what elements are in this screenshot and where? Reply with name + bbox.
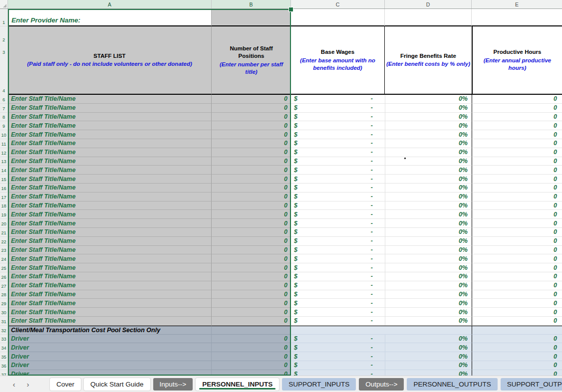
staff-positions-cell[interactable]: 0 bbox=[212, 219, 291, 228]
section-title-cell[interactable]: Client/Meal Transportation Cost Pool Sec… bbox=[8, 326, 212, 335]
staff-positions-cell[interactable]: 0 bbox=[212, 148, 291, 157]
staff-title-cell[interactable]: Enter Staff Title/Name bbox=[8, 281, 212, 290]
productive-hours-cell[interactable]: 0 bbox=[472, 193, 562, 201]
fringe-rate-cell[interactable]: 0% bbox=[385, 299, 472, 308]
staff-positions-cell[interactable]: 0 bbox=[212, 175, 291, 184]
row-number[interactable]: 32 bbox=[0, 326, 8, 335]
fringe-rate-cell[interactable]: 0% bbox=[385, 166, 472, 175]
staff-title-cell[interactable]: Enter Staff Title/Name bbox=[8, 175, 212, 184]
column-header[interactable]: E bbox=[472, 0, 562, 8]
staff-positions-cell[interactable]: 0 bbox=[212, 254, 291, 263]
staff-title-cell[interactable]: Enter Staff Title/Name bbox=[8, 290, 212, 299]
base-wages-cell[interactable]: $- bbox=[291, 210, 385, 219]
staff-positions-cell[interactable]: 0 bbox=[212, 193, 291, 201]
productive-hours-cell[interactable]: 0 bbox=[472, 104, 562, 113]
productive-hours-cell[interactable]: 0 bbox=[472, 317, 562, 326]
base-wages-cell[interactable]: $- bbox=[291, 254, 385, 263]
sheet-tab[interactable]: PERSONNEL_OUTPUTS bbox=[407, 378, 497, 391]
productive-hours-cell[interactable]: 0 bbox=[472, 175, 562, 184]
base-wages-cell[interactable]: $- bbox=[291, 175, 385, 184]
empty-cell[interactable] bbox=[472, 326, 562, 335]
fringe-rate-cell[interactable]: 0% bbox=[385, 184, 472, 193]
row-number[interactable]: 24 bbox=[0, 254, 8, 263]
driver-positions-cell[interactable]: 0 bbox=[212, 335, 291, 344]
productive-hours-cell[interactable]: 0 bbox=[472, 281, 562, 290]
header-fringe-rate[interactable]: Fringe Benefits Rate (Enter benefit cost… bbox=[385, 26, 472, 95]
base-wages-cell[interactable]: $- bbox=[291, 184, 385, 193]
fringe-rate-cell[interactable]: 0% bbox=[385, 317, 472, 326]
staff-title-cell[interactable]: Enter Staff Title/Name bbox=[8, 166, 212, 175]
base-wages-cell[interactable]: $- bbox=[291, 352, 385, 361]
staff-title-cell[interactable]: Enter Staff Title/Name bbox=[8, 219, 212, 228]
base-wages-cell[interactable]: $- bbox=[291, 237, 385, 246]
sheet-tab[interactable]: SUPPORT_INPUTS bbox=[282, 378, 356, 391]
staff-title-cell[interactable]: Enter Staff Title/Name bbox=[8, 121, 212, 130]
productive-hours-cell[interactable]: 0 bbox=[472, 139, 562, 148]
staff-title-cell[interactable]: Enter Staff Title/Name bbox=[8, 104, 212, 113]
empty-cell-b1[interactable] bbox=[212, 9, 291, 26]
tab-scroll-left-icon[interactable]: ‹ bbox=[7, 380, 21, 389]
productive-hours-cell[interactable]: 0 bbox=[472, 157, 562, 166]
sheet-tab[interactable]: Quick Start Guide bbox=[84, 378, 150, 391]
row-number[interactable]: 1 bbox=[0, 9, 8, 26]
productive-hours-cell[interactable]: 0 bbox=[472, 361, 562, 370]
sheet-tab[interactable]: Cover bbox=[50, 378, 81, 391]
staff-positions-cell[interactable]: 0 bbox=[212, 157, 291, 166]
staff-title-cell[interactable]: Enter Staff Title/Name bbox=[8, 157, 212, 166]
staff-title-cell[interactable]: Enter Staff Title/Name bbox=[8, 237, 212, 246]
productive-hours-cell[interactable]: 0 bbox=[472, 201, 562, 210]
driver-positions-cell[interactable]: 0 bbox=[212, 370, 291, 376]
fringe-rate-cell[interactable]: 0% bbox=[385, 352, 472, 361]
base-wages-cell[interactable]: $- bbox=[291, 290, 385, 299]
base-wages-cell[interactable]: $- bbox=[291, 148, 385, 157]
driver-positions-cell[interactable]: 0 bbox=[212, 352, 291, 361]
tab-scroll-right-icon[interactable]: › bbox=[21, 380, 35, 389]
staff-title-cell[interactable]: Enter Staff Title/Name bbox=[8, 272, 212, 281]
staff-positions-cell[interactable]: 0 bbox=[212, 317, 291, 326]
fringe-rate-cell[interactable]: 0% bbox=[385, 228, 472, 237]
productive-hours-cell[interactable]: 0 bbox=[472, 210, 562, 219]
sheet-tab[interactable]: PERSONNEL_INPUTS bbox=[196, 378, 279, 391]
fringe-rate-cell[interactable]: 0% bbox=[385, 157, 472, 166]
staff-positions-cell[interactable]: 0 bbox=[212, 281, 291, 290]
row-number[interactable]: 9 bbox=[0, 121, 8, 130]
staff-positions-cell[interactable]: 0 bbox=[212, 272, 291, 281]
row-number[interactable]: 36 bbox=[0, 361, 8, 370]
fringe-rate-cell[interactable]: 0% bbox=[385, 201, 472, 210]
row-number[interactable]: 27 bbox=[0, 281, 8, 290]
fringe-rate-cell[interactable]: 0% bbox=[385, 210, 472, 219]
staff-positions-cell[interactable]: 0 bbox=[212, 104, 291, 113]
productive-hours-cell[interactable]: 0 bbox=[472, 308, 562, 317]
productive-hours-cell[interactable]: 0 bbox=[472, 219, 562, 228]
productive-hours-cell[interactable]: 0 bbox=[472, 184, 562, 193]
staff-positions-cell[interactable]: 0 bbox=[212, 308, 291, 317]
row-number[interactable]: 22 bbox=[0, 237, 8, 246]
base-wages-cell[interactable]: $- bbox=[291, 166, 385, 175]
staff-title-cell[interactable]: Enter Staff Title/Name bbox=[8, 317, 212, 326]
staff-positions-cell[interactable]: 0 bbox=[212, 263, 291, 272]
row-number[interactable]: 21 bbox=[0, 228, 8, 237]
provider-name-cell[interactable]: Enter Provider Name: bbox=[8, 9, 212, 26]
column-header[interactable]: B bbox=[212, 0, 291, 8]
staff-title-cell[interactable]: Enter Staff Title/Name bbox=[8, 246, 212, 255]
base-wages-cell[interactable]: $- bbox=[291, 95, 385, 104]
fringe-rate-cell[interactable]: 0% bbox=[385, 335, 472, 344]
row-number[interactable]: 31 bbox=[0, 317, 8, 326]
base-wages-cell[interactable]: $- bbox=[291, 317, 385, 326]
fringe-rate-cell[interactable]: 0% bbox=[385, 246, 472, 255]
productive-hours-cell[interactable]: 0 bbox=[472, 148, 562, 157]
fringe-rate-cell[interactable]: 0% bbox=[385, 308, 472, 317]
base-wages-cell[interactable]: $- bbox=[291, 157, 385, 166]
staff-positions-cell[interactable]: 0 bbox=[212, 290, 291, 299]
staff-positions-cell[interactable]: 0 bbox=[212, 210, 291, 219]
staff-title-cell[interactable]: Enter Staff Title/Name bbox=[8, 210, 212, 219]
row-number[interactable]: 14 bbox=[0, 166, 8, 175]
base-wages-cell[interactable]: $- bbox=[291, 281, 385, 290]
staff-positions-cell[interactable]: 0 bbox=[212, 95, 291, 104]
productive-hours-cell[interactable]: 0 bbox=[472, 299, 562, 308]
driver-title-cell[interactable]: Driver bbox=[8, 335, 212, 344]
staff-title-cell[interactable]: Enter Staff Title/Name bbox=[8, 130, 212, 139]
staff-title-cell[interactable]: Enter Staff Title/Name bbox=[8, 254, 212, 263]
base-wages-cell[interactable]: $- bbox=[291, 361, 385, 370]
row-number[interactable]: 20 bbox=[0, 219, 8, 228]
